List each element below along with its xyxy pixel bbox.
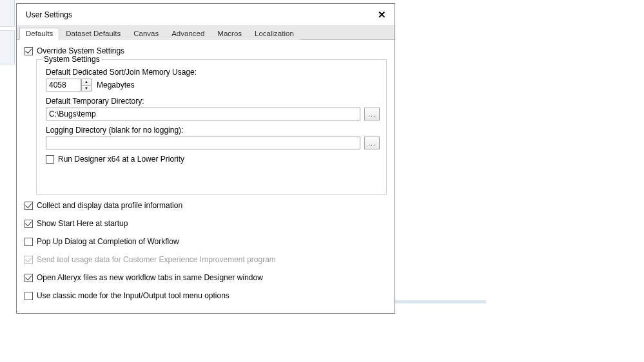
show-start-here-row: Show Start Here at startup (24, 219, 387, 228)
logging-dir-label: Logging Directory (blank for no logging)… (46, 126, 380, 135)
background-panel-2 (0, 30, 15, 64)
memory-units: Megabytes (97, 81, 135, 90)
options-section: Collect and display data profile informa… (24, 201, 387, 300)
collect-profile-row: Collect and display data profile informa… (24, 201, 387, 210)
lower-priority-label[interactable]: Run Designer x64 at a Lower Priority (58, 155, 184, 164)
use-classic-checkbox[interactable] (24, 292, 33, 300)
override-system-settings-checkbox[interactable] (24, 47, 33, 55)
close-icon: ✕ (378, 9, 386, 21)
dialog-titlebar: User Settings ✕ (17, 4, 395, 26)
collect-profile-checkbox[interactable] (24, 202, 33, 210)
tab-advanced[interactable]: Advanced (165, 28, 211, 40)
send-tool-usage-checkbox (24, 256, 33, 264)
logging-dir-input[interactable] (46, 137, 360, 149)
tab-canvas[interactable]: Canvas (127, 28, 165, 40)
user-settings-dialog: User Settings ✕ Defaults Dataset Default… (16, 3, 395, 314)
open-as-new-tabs-row: Open Alteryx files as new workflow tabs … (24, 273, 387, 282)
memory-spinner[interactable]: ▲ ▼ (81, 79, 92, 91)
lower-priority-row: Run Designer x64 at a Lower Priority (46, 155, 380, 164)
logging-dir-field: Logging Directory (blank for no logging)… (46, 126, 380, 149)
temp-dir-input[interactable] (46, 108, 360, 120)
temp-dir-field: Default Temporary Directory: ... (46, 97, 380, 120)
memory-input[interactable] (46, 79, 81, 91)
open-as-new-tabs-checkbox[interactable] (24, 274, 33, 282)
system-settings-legend: System Settings (42, 55, 102, 64)
tab-dataset-defaults[interactable]: Dataset Defaults (59, 28, 127, 40)
tab-macros[interactable]: Macros (211, 28, 248, 40)
lower-priority-checkbox[interactable] (46, 155, 54, 164)
show-start-here-label[interactable]: Show Start Here at startup (37, 219, 128, 228)
tab-localization[interactable]: Localization (248, 28, 300, 40)
popup-dialog-row: Pop Up Dialog at Completion of Workflow (24, 237, 387, 246)
temp-dir-label: Default Temporary Directory: (46, 97, 380, 106)
logging-dir-browse-button[interactable]: ... (364, 137, 380, 149)
override-system-settings-label[interactable]: Override System Settings (37, 46, 124, 55)
background-stripe (389, 300, 486, 303)
temp-dir-browse-button[interactable]: ... (364, 108, 380, 120)
spinner-up-icon[interactable]: ▲ (82, 79, 91, 86)
dialog-content: Override System Settings System Settings… (17, 40, 395, 316)
system-settings-fieldset: System Settings Default Dedicated Sort/J… (36, 59, 387, 195)
use-classic-row: Use classic mode for the Input/Output to… (24, 291, 387, 300)
background-panel (0, 0, 15, 27)
memory-field: Default Dedicated Sort/Join Memory Usage… (46, 68, 380, 91)
use-classic-label[interactable]: Use classic mode for the Input/Output to… (37, 291, 229, 300)
spinner-down-icon[interactable]: ▼ (82, 86, 91, 91)
dialog-title: User Settings (26, 10, 374, 19)
tab-defaults[interactable]: Defaults (19, 28, 59, 40)
send-tool-usage-row: Send tool usage data for Customer Experi… (24, 255, 387, 264)
memory-label: Default Dedicated Sort/Join Memory Usage… (46, 68, 380, 77)
open-as-new-tabs-label[interactable]: Open Alteryx files as new workflow tabs … (37, 273, 263, 282)
override-system-settings-row: Override System Settings (24, 46, 387, 55)
popup-dialog-label[interactable]: Pop Up Dialog at Completion of Workflow (37, 237, 179, 246)
tab-bar: Defaults Dataset Defaults Canvas Advance… (17, 26, 395, 40)
close-button[interactable]: ✕ (374, 7, 389, 23)
send-tool-usage-label: Send tool usage data for Customer Experi… (37, 255, 276, 264)
collect-profile-label[interactable]: Collect and display data profile informa… (37, 201, 182, 210)
show-start-here-checkbox[interactable] (24, 220, 33, 228)
popup-dialog-checkbox[interactable] (24, 238, 33, 246)
